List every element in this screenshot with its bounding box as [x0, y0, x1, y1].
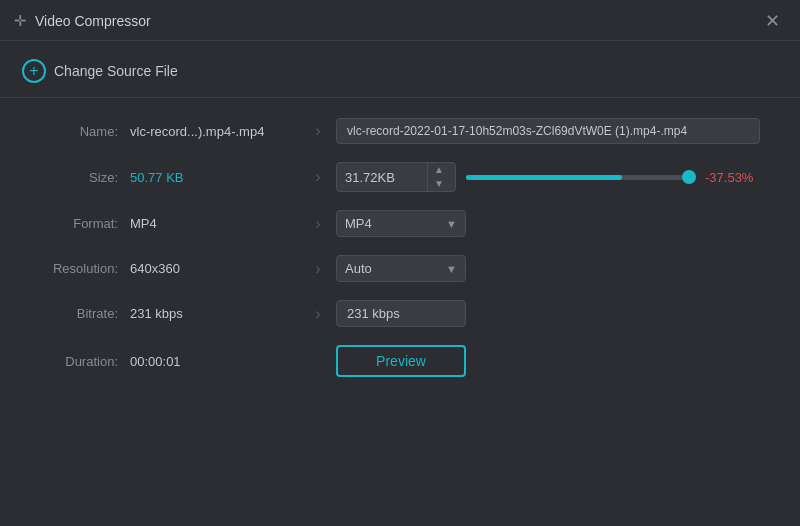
size-slider-fill — [466, 175, 622, 180]
resolution-label: Resolution: — [40, 261, 130, 276]
arrow-right-icon: › — [315, 215, 320, 233]
format-output-area: MP4 ▼ — [336, 210, 760, 237]
add-source-icon: + — [22, 59, 46, 83]
bitrate-source-value: 231 kbps — [130, 306, 300, 321]
resolution-output-area: Auto ▼ — [336, 255, 760, 282]
bitrate-label: Bitrate: — [40, 306, 130, 321]
format-row: Format: MP4 › MP4 ▼ — [40, 210, 760, 237]
size-spinner: ▲ ▼ — [427, 163, 450, 191]
app-title: Video Compressor — [35, 13, 151, 29]
resolution-row: Resolution: 640x360 › Auto ▼ — [40, 255, 760, 282]
toolbar: + Change Source File — [0, 41, 800, 98]
slider-percent-label: -37.53% — [705, 170, 760, 185]
resolution-dropdown-arrow: ▼ — [446, 263, 457, 275]
name-label: Name: — [40, 124, 130, 139]
bitrate-row: Bitrate: 231 kbps › — [40, 300, 760, 327]
close-button[interactable]: ✕ — [761, 10, 784, 32]
size-label: Size: — [40, 170, 130, 185]
arrow-right-icon: › — [315, 305, 320, 323]
size-source-value: 50.77 KB — [130, 170, 300, 185]
duration-output-area: Preview — [336, 345, 760, 377]
arrow-right-icon: › — [315, 168, 320, 186]
resolution-arrow: › — [300, 260, 336, 278]
duration-row: Duration: 00:00:01 Preview — [40, 345, 760, 377]
size-slider-container: -37.53% — [466, 170, 760, 185]
bitrate-arrow: › — [300, 305, 336, 323]
resolution-source-value: 640x360 — [130, 261, 300, 276]
format-arrow: › — [300, 215, 336, 233]
format-dropdown-arrow: ▼ — [446, 218, 457, 230]
name-source-value: vlc-record...).mp4-.mp4 — [130, 124, 300, 139]
bitrate-output-area — [336, 300, 760, 327]
title-left: ✛ Video Compressor — [14, 12, 151, 30]
name-output-area: vlc-record-2022-01-17-10h52m03s-ZCl69dVt… — [336, 118, 760, 144]
preview-button[interactable]: Preview — [336, 345, 466, 377]
change-source-label: Change Source File — [54, 63, 178, 79]
duration-source-value: 00:00:01 — [130, 354, 300, 369]
size-slider-thumb — [682, 170, 696, 184]
size-input[interactable] — [337, 165, 427, 190]
arrow-right-icon: › — [315, 260, 320, 278]
size-input-wrap[interactable]: ▲ ▼ — [336, 162, 456, 192]
name-output-box: vlc-record-2022-01-17-10h52m03s-ZCl69dVt… — [336, 118, 760, 144]
name-row: Name: vlc-record...).mp4-.mp4 › vlc-reco… — [40, 118, 760, 144]
arrow-right-icon: › — [315, 122, 320, 140]
resolution-dropdown[interactable]: Auto ▼ — [336, 255, 466, 282]
format-dropdown[interactable]: MP4 ▼ — [336, 210, 466, 237]
main-content: Name: vlc-record...).mp4-.mp4 › vlc-reco… — [0, 98, 800, 415]
size-slider-track[interactable] — [466, 175, 695, 180]
name-arrow: › — [300, 122, 336, 140]
size-down-button[interactable]: ▼ — [428, 177, 450, 191]
format-label: Format: — [40, 216, 130, 231]
format-select-text: MP4 — [345, 216, 446, 231]
size-row: Size: 50.77 KB › ▲ ▼ -37.53% — [40, 162, 760, 192]
format-source-value: MP4 — [130, 216, 300, 231]
size-output-area: ▲ ▼ -37.53% — [336, 162, 760, 192]
resolution-select-text: Auto — [345, 261, 446, 276]
size-up-button[interactable]: ▲ — [428, 163, 450, 177]
change-source-button[interactable]: + Change Source File — [20, 55, 180, 87]
title-bar: ✛ Video Compressor ✕ — [0, 0, 800, 41]
size-arrow: › — [300, 168, 336, 186]
move-icon: ✛ — [14, 12, 27, 30]
bitrate-input[interactable] — [336, 300, 466, 327]
duration-label: Duration: — [40, 354, 130, 369]
